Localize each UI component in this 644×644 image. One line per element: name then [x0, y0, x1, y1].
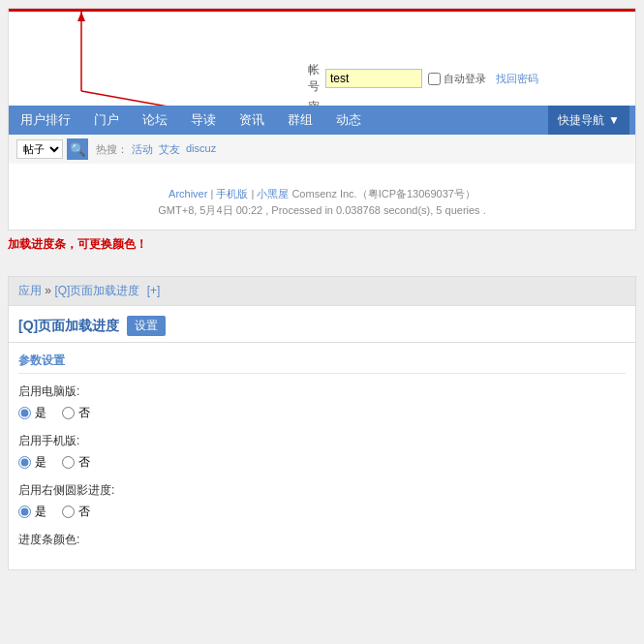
nav-user-rank[interactable]: 用户排行	[9, 106, 82, 135]
quick-nav-button[interactable]: 快捷导航 ▼	[548, 106, 629, 135]
hot-link-discuz[interactable]: discuz	[186, 142, 216, 157]
breadcrumb-sep: »	[45, 284, 51, 297]
radio-pc-yes[interactable]: 是	[18, 405, 46, 421]
footer-company: Comsenz Inc.（粤ICP备13069037号）	[291, 188, 475, 199]
svg-marker-1	[77, 12, 85, 21]
radio-pc-no[interactable]: 否	[62, 405, 90, 421]
breadcrumb-bar: 应用 » [Q]页面加载进度 [+]	[8, 276, 636, 305]
page-header: [Q]页面加载进度 设置	[8, 305, 636, 342]
settings-button[interactable]: 设置	[127, 316, 166, 336]
param-label-pc: 启用电脑版:	[18, 383, 626, 400]
nav-group[interactable]: 群组	[276, 106, 324, 135]
auto-login-checkbox-area: 自动登录	[428, 72, 486, 86]
nav-news[interactable]: 资讯	[228, 106, 276, 135]
main-content: 应用 » [Q]页面加载进度 [+] [Q]页面加载进度 设置 参数设置 启用电…	[8, 276, 636, 570]
search-bar: 帖子 🔍 热搜： 活动 艾友 discuz	[9, 135, 635, 164]
params-section: 参数设置 启用电脑版: 是 否 启用手机版: 是	[8, 342, 636, 570]
account-input[interactable]	[325, 69, 422, 88]
progress-bar	[9, 9, 635, 12]
footer-blackroom[interactable]: 小黑屋	[257, 188, 289, 199]
radio-group-shadow: 是 否	[18, 504, 626, 520]
quick-nav-label: 快捷导航	[558, 112, 604, 129]
find-pwd-link[interactable]: 找回密码	[496, 72, 538, 86]
radio-group-mobile: 是 否	[18, 454, 626, 471]
param-group-pc: 启用电脑版: 是 否	[18, 383, 626, 421]
chevron-down-icon: ▼	[608, 113, 620, 127]
radio-group-pc: 是 否	[18, 405, 626, 421]
param-group-mobile: 启用手机版: 是 否	[18, 433, 626, 471]
page-title: [Q]页面加载进度	[18, 318, 119, 335]
param-label-mobile: 启用手机版:	[18, 433, 626, 449]
footer-mobile[interactable]: 手机版	[216, 188, 248, 199]
search-icon: 🔍	[70, 142, 86, 157]
param-label-shadow: 启用右侧圆影进度:	[18, 482, 626, 499]
footer-time: GMT+8, 5月4日 00:22 , Processed in 0.03876…	[158, 204, 485, 216]
hot-label: 热搜：	[96, 142, 128, 157]
preview-footer: Archiver | 手机版 | 小黑屋 Comsenz Inc.（粤ICP备1…	[9, 186, 635, 220]
auto-login-label: 自动登录	[444, 72, 486, 86]
hot-link-friend[interactable]: 艾友	[159, 142, 180, 157]
param-group-shadow: 启用右侧圆影进度: 是 否	[18, 482, 626, 520]
radio-shadow-no-label: 否	[78, 504, 90, 520]
radio-pc-yes-label: 是	[35, 405, 46, 421]
radio-mobile-yes-label: 是	[35, 454, 46, 471]
preview-area: 帐号 自动登录 找回密码 密码 登录 立即注册 用户排行 门户 论坛 导读 资讯…	[8, 8, 636, 230]
search-button[interactable]: 🔍	[67, 138, 88, 160]
search-type-select[interactable]: 帖子	[16, 139, 63, 159]
section-title: 参数设置	[18, 353, 626, 374]
radio-shadow-yes[interactable]: 是	[18, 504, 46, 520]
hot-links: 活动 艾友 discuz	[132, 142, 216, 157]
nav-bar: 用户排行 门户 论坛 导读 资讯 群组 动态 快捷导航 ▼	[9, 106, 635, 135]
breadcrumb-add[interactable]: [+]	[147, 284, 161, 297]
nav-portal[interactable]: 门户	[82, 106, 131, 135]
radio-shadow-no[interactable]: 否	[62, 504, 90, 520]
radio-shadow-yes-label: 是	[35, 504, 46, 520]
annotation-label: 加载进度条，可更换颜色！	[8, 237, 147, 251]
annotation-text: 加载进度条，可更换颜色！	[8, 236, 636, 253]
nav-guide[interactable]: 导读	[179, 106, 228, 135]
param-group-color: 进度条颜色:	[18, 532, 626, 548]
breadcrumb-page[interactable]: [Q]页面加载进度	[54, 284, 139, 297]
account-label: 帐号	[298, 62, 320, 95]
footer-archiver[interactable]: Archiver	[169, 188, 207, 199]
radio-mobile-yes[interactable]: 是	[18, 454, 46, 471]
param-label-color: 进度条颜色:	[18, 532, 626, 548]
radio-mobile-no[interactable]: 否	[62, 454, 90, 471]
account-row: 帐号 自动登录 找回密码	[298, 62, 538, 95]
auto-login-checkbox[interactable]	[428, 73, 441, 85]
breadcrumb-app[interactable]: 应用	[18, 284, 42, 297]
radio-mobile-no-label: 否	[78, 454, 90, 471]
nav-forum[interactable]: 论坛	[131, 106, 179, 135]
radio-pc-no-label: 否	[78, 405, 90, 421]
hot-link-activity[interactable]: 活动	[132, 142, 153, 157]
nav-dynamic[interactable]: 动态	[324, 106, 373, 135]
